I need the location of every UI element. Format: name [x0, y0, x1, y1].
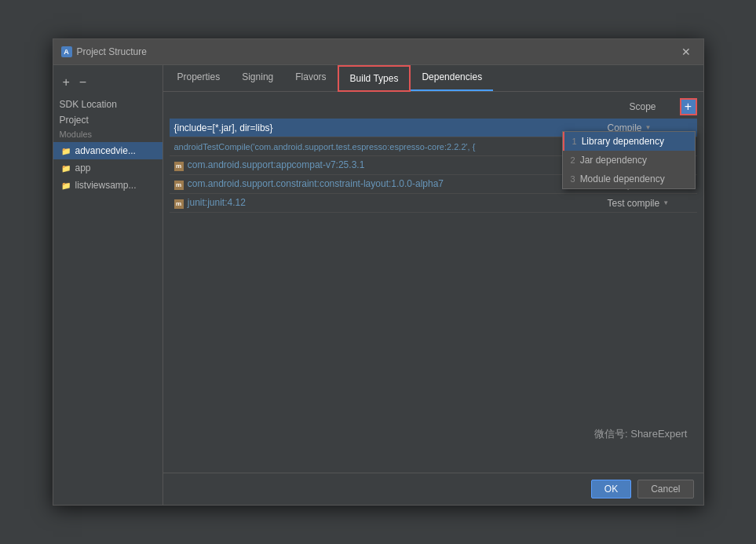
dropdown-item-module[interactable]: 3 Module dependency [563, 170, 695, 188]
dep-name-0: {include=[*.jar], dir=libs} [170, 120, 603, 136]
watermark-text: 微信号: ShareExpert [594, 428, 688, 440]
sidebar-item-advancedview[interactable]: 📁 advancedvie... [53, 142, 163, 159]
folder-icon: 📁 [60, 144, 72, 157]
add-module-button[interactable]: + [60, 75, 73, 90]
remove-module-button[interactable]: − [76, 75, 89, 90]
dropdown-label-jar: Jar dependency [580, 155, 647, 166]
add-dependency-button[interactable]: + [680, 98, 697, 115]
sidebar: + − SDK Location Project Modules 📁 advan… [53, 65, 163, 505]
m-icon-2: m [174, 162, 184, 171]
add-dependency-dropdown: 1 Library dependency 2 Jar dependency 3 … [562, 131, 696, 189]
main-content: Properties Signing Flavors Build Types D… [163, 65, 703, 505]
scope-arrow-0: ▼ [645, 124, 652, 131]
sidebar-item-app[interactable]: 📁 app [53, 159, 163, 177]
sidebar-actions: + − [53, 71, 163, 97]
app-folder-icon: 📁 [60, 162, 72, 174]
bottom-bar: OK Cancel [163, 473, 703, 505]
listviewsamp-label: listviewsamp... [75, 180, 137, 191]
tab-dependencies[interactable]: Dependencies [411, 65, 493, 91]
cancel-button[interactable]: Cancel [637, 480, 693, 498]
deps-header: Scope + [170, 98, 697, 115]
dropdown-num-1: 1 [572, 137, 577, 146]
close-button[interactable]: ✕ [677, 44, 696, 60]
tabs-bar: Properties Signing Flavors Build Types D… [163, 65, 703, 92]
dep-name-4: m junit:junit:4.12 [170, 195, 603, 211]
dropdown-num-2: 2 [571, 155, 575, 165]
watermark: 微信号: ShareExpert [594, 427, 688, 441]
dep-name-3: m com.android.support.constraint:constra… [170, 176, 603, 192]
sidebar-item-sdk-location[interactable]: SDK Location [53, 97, 163, 112]
tab-build-types[interactable]: Build Types [338, 65, 411, 92]
tab-signing[interactable]: Signing [231, 65, 284, 91]
ok-button[interactable]: OK [591, 480, 631, 498]
sidebar-item-project[interactable]: Project [53, 112, 163, 128]
dialog-body: + − SDK Location Project Modules 📁 advan… [53, 65, 703, 505]
title-bar: A Project Structure ✕ [53, 39, 703, 65]
dialog-title: Project Structure [77, 46, 672, 57]
scope-arrow-4: ▼ [663, 199, 669, 206]
sidebar-item-listviewsamp[interactable]: 📁 listviewsamp... [53, 177, 163, 194]
advancedview-label: advancedvie... [75, 145, 136, 156]
sdk-location-label: SDK Location [60, 99, 117, 110]
dropdown-item-library[interactable]: 1 Library dependency [563, 132, 695, 151]
dep-row-4[interactable]: m junit:junit:4.12 Test compile ▼ [170, 194, 697, 213]
scope-header: Scope [629, 101, 679, 112]
dropdown-item-jar[interactable]: 2 Jar dependency [563, 151, 695, 170]
dep-scope-4: Test compile ▼ [603, 195, 697, 211]
project-structure-dialog: A Project Structure ✕ + − SDK Location P… [53, 38, 704, 506]
dropdown-num-3: 3 [571, 174, 575, 184]
dep-name-2: m com.android.support:appcompat-v7:25.3.… [170, 157, 603, 173]
project-label: Project [60, 115, 89, 126]
dropdown-label-library: Library dependency [582, 136, 664, 147]
modules-section-label: Modules [53, 128, 163, 142]
m-icon-3: m [174, 181, 184, 190]
listview-folder-icon: 📁 [60, 179, 72, 192]
dependencies-content: Scope + {include=[*.jar], dir=libs} Comp… [163, 92, 703, 473]
dropdown-label-module: Module dependency [580, 173, 665, 184]
app-icon: A [61, 46, 72, 57]
app-label: app [75, 162, 91, 173]
tab-properties[interactable]: Properties [166, 65, 232, 91]
m-icon-4: m [174, 199, 184, 209]
tab-flavors[interactable]: Flavors [284, 65, 337, 91]
